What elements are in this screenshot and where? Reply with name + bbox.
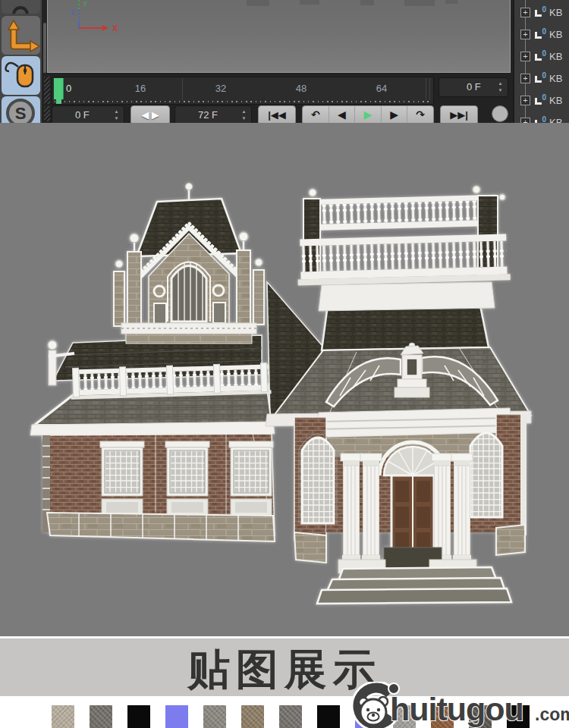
svg-text:S: S xyxy=(15,104,27,123)
texture-tan-stone xyxy=(241,705,264,728)
expand-toggle-icon[interactable]: + xyxy=(520,8,530,17)
partial-tool-button[interactable] xyxy=(2,0,40,14)
texture-speckled-stone xyxy=(203,705,226,728)
expand-toggle-icon[interactable]: + xyxy=(520,30,530,39)
object-label: KB xyxy=(549,95,562,106)
grip-handle-2[interactable] xyxy=(44,106,50,121)
ruler-tick: 16 xyxy=(135,83,146,94)
ruler-tick: 0 xyxy=(66,83,71,94)
ruler-tick: 48 xyxy=(296,83,307,94)
object-label: KB xyxy=(549,73,562,84)
ruler-tick: 32 xyxy=(215,83,226,94)
entry-door xyxy=(391,475,434,559)
svg-text:Z: Z xyxy=(71,8,75,16)
current-frame-field[interactable]: 0 F ▲▼ xyxy=(439,77,508,97)
object-manager-item[interactable]: +0KB xyxy=(514,89,569,111)
world-axis-gizmo: Y Z X xyxy=(71,0,118,33)
texture-periwinkle xyxy=(165,705,188,728)
mouse-icon xyxy=(2,56,40,95)
ruler-tick: 64 xyxy=(376,83,387,94)
playback-button-group: ↶◀▶▶↷ xyxy=(302,105,434,123)
viewport[interactable]: Y Z X xyxy=(47,0,511,73)
watermark-logo: huitugou .com xyxy=(351,682,569,728)
ruler-separator xyxy=(429,78,430,100)
object-manager-item[interactable]: +0KB xyxy=(514,24,569,46)
left-toolbar: S xyxy=(0,0,42,123)
house-roof-deck xyxy=(297,186,511,350)
range-start-field[interactable]: 0 F ▲▼ xyxy=(52,105,124,123)
null-axis-icon: 0 xyxy=(533,95,546,107)
texture-black-2 xyxy=(317,705,340,728)
grip-handle[interactable] xyxy=(44,77,50,104)
object-manager-item[interactable]: +0KB xyxy=(514,67,569,89)
texture-gray-stone-2 xyxy=(279,705,302,728)
house-left-wall xyxy=(42,434,275,541)
previous-frame-icon[interactable]: ◀ xyxy=(329,106,356,123)
range-end-value: 72 F xyxy=(175,106,251,123)
svg-text:huitugou: huitugou xyxy=(390,691,523,727)
ruler-separator xyxy=(426,78,426,100)
object-manager: +0KB+0KB+0KB+0KB+0KB+0KB xyxy=(513,0,569,123)
entry-steps xyxy=(317,567,511,604)
null-axis-icon: 0 xyxy=(533,51,546,63)
play-forward-icon[interactable]: ▶ xyxy=(355,106,382,123)
expand-toggle-icon[interactable]: + xyxy=(520,52,530,61)
object-label: KB xyxy=(549,51,562,62)
render-area xyxy=(0,123,569,636)
object-label: KB xyxy=(549,29,562,40)
object-label: KB xyxy=(549,117,562,123)
timeline-panel: 0 16 32 48 64 0 F ▲▼ 0 F ▲▼ ◀ ▶ xyxy=(42,73,513,123)
timeline-ruler[interactable]: 0 16 32 48 64 xyxy=(52,77,434,105)
object-manager-item[interactable]: +0KB xyxy=(514,111,569,123)
play-backward-icon[interactable]: ↶ xyxy=(303,106,329,123)
mouse-tool-button[interactable] xyxy=(2,56,40,95)
bear-face-icon xyxy=(359,697,388,725)
snap-tool-button[interactable]: S xyxy=(2,96,40,123)
range-end-spinner[interactable]: ▲▼ xyxy=(240,108,247,122)
null-axis-icon: 0 xyxy=(533,29,546,41)
null-axis-icon: 0 xyxy=(533,7,546,19)
range-end-field[interactable]: 72 F ▲▼ xyxy=(174,105,252,123)
left-windows xyxy=(100,441,273,516)
house-render-svg xyxy=(0,123,569,636)
timeline-playhead[interactable] xyxy=(54,78,64,99)
next-frame-icon[interactable]: ▶ xyxy=(382,106,408,123)
editor-ui-strip: S Y Z X xyxy=(0,0,569,123)
texture-black xyxy=(127,705,150,728)
screenshot-root: S Y Z X xyxy=(0,0,569,728)
ruler-frame-dots xyxy=(55,101,431,102)
loop-icon[interactable]: ↷ xyxy=(407,106,433,123)
svg-text:X: X xyxy=(112,24,118,33)
ruler-separator xyxy=(182,78,183,100)
expand-toggle-icon[interactable]: + xyxy=(520,96,530,105)
null-axis-icon: 0 xyxy=(533,73,546,85)
go-to-start-button[interactable]: |◀◀ xyxy=(258,105,296,123)
record-button[interactable] xyxy=(492,105,508,122)
null-axis-icon: 0 xyxy=(533,117,546,124)
object-manager-item[interactable]: +0KB xyxy=(514,46,569,67)
arched-window-left xyxy=(302,438,334,523)
snap-s-icon: S xyxy=(2,96,40,123)
texture-beige-stone xyxy=(52,705,74,728)
expand-toggle-icon[interactable]: + xyxy=(520,74,530,83)
axis-arrows-icon xyxy=(2,16,40,55)
expand-toggle-icon[interactable]: + xyxy=(520,118,530,123)
range-pager-button[interactable]: ◀ ▶ xyxy=(130,105,170,123)
partial-tool-icon xyxy=(12,6,29,14)
object-manager-item[interactable]: +0KB xyxy=(514,2,569,24)
frame-spinner[interactable]: ▲▼ xyxy=(497,80,504,94)
axis-tool-button[interactable] xyxy=(2,16,40,55)
svg-text:Y: Y xyxy=(83,0,87,8)
left-stone-base xyxy=(47,513,275,541)
viewport-overlay: Y Z X xyxy=(48,0,510,71)
object-label: KB xyxy=(549,7,562,18)
arched-window-right xyxy=(470,433,502,517)
house-tower xyxy=(114,184,264,344)
go-to-end-button[interactable]: ▶▶| xyxy=(440,105,478,123)
svg-text:.com: .com xyxy=(535,704,569,724)
house-portico xyxy=(266,408,531,604)
texture-gray-stone xyxy=(90,705,112,728)
range-start-spinner[interactable]: ▲▼ xyxy=(113,108,120,122)
